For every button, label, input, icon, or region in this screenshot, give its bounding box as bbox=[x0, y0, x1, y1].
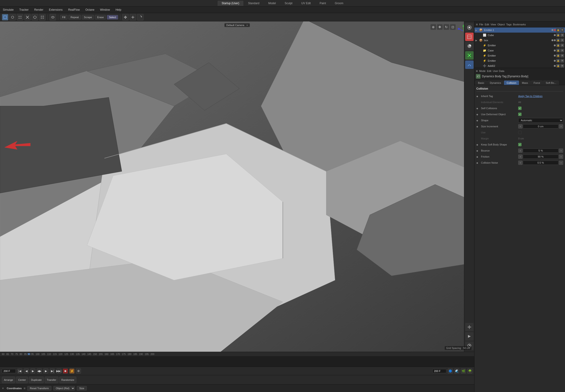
timeline-icon4[interactable]: 🌳 bbox=[467, 368, 472, 374]
coord-menu-icon[interactable]: ≡ bbox=[24, 386, 25, 390]
mode-edit-btn[interactable] bbox=[9, 14, 16, 20]
tool-sculpt-btn[interactable] bbox=[50, 14, 56, 20]
arrange-btn[interactable]: Arrange bbox=[2, 377, 15, 383]
tab-force[interactable]: Force bbox=[531, 81, 543, 85]
lock-icon[interactable]: 🔒 bbox=[556, 33, 560, 37]
timeline-icon2[interactable]: 🌊 bbox=[454, 368, 459, 374]
lock-icon[interactable]: 🔒 bbox=[556, 49, 560, 52]
size-increment-dec-btn[interactable]: ‹ bbox=[518, 124, 523, 128]
om-view-menu[interactable]: View bbox=[491, 23, 496, 26]
eye-icon[interactable]: 👁 bbox=[560, 28, 564, 32]
coordinates-close-icon[interactable]: ✕ bbox=[2, 387, 4, 390]
tree-item-emitter4[interactable]: ⚡ Emitter 🔒 👁 bbox=[474, 58, 565, 63]
tree-item-emitter1[interactable]: ▶ 📦 Emitter.1 🔒 👁 bbox=[474, 28, 565, 33]
attr-edit-menu[interactable]: Edit bbox=[487, 70, 492, 72]
om-bookmarks-menu[interactable]: Bookmarks bbox=[513, 23, 526, 26]
bounce-dec-btn[interactable]: ‹ bbox=[518, 149, 523, 153]
render-view-btn[interactable] bbox=[465, 23, 474, 32]
nav-orbit-icon[interactable]: ↻ bbox=[443, 24, 449, 30]
play-btn[interactable]: ▶ bbox=[30, 368, 35, 374]
bounce-val[interactable]: 5 % bbox=[523, 149, 558, 153]
next-keyframe-btn[interactable]: ▶| bbox=[50, 368, 55, 374]
tree-item-cube[interactable]: ⬜ Cube 🔒 👁 bbox=[474, 33, 565, 38]
tab-collision[interactable]: Collision bbox=[504, 81, 519, 85]
hamburger-icon[interactable]: ≡ bbox=[476, 23, 478, 26]
shape-dropdown[interactable]: Automatic bbox=[518, 118, 563, 123]
friction-val[interactable]: 90 % bbox=[523, 154, 558, 159]
tab-softbo[interactable]: Soft Bo... bbox=[543, 81, 559, 85]
randomize-btn[interactable]: Randomize bbox=[59, 377, 77, 383]
menu-tracker[interactable]: Tracker bbox=[18, 8, 29, 12]
timeline-icon3[interactable]: 🌿 bbox=[461, 368, 466, 374]
eye-icon[interactable]: 👁 bbox=[560, 38, 564, 42]
lock-icon[interactable]: 🔒 bbox=[556, 38, 560, 42]
attr-userdata-menu[interactable]: User Data bbox=[493, 70, 505, 72]
lock-icon[interactable]: 🔒 bbox=[556, 54, 560, 57]
tool-rotate-btn[interactable] bbox=[137, 14, 144, 20]
menu-extensions[interactable]: Extensions bbox=[48, 8, 64, 12]
menu-realflow[interactable]: RealFlow bbox=[67, 8, 81, 12]
lock-icon[interactable]: 🔒 bbox=[556, 64, 560, 68]
particles-btn[interactable] bbox=[465, 51, 474, 60]
nav-frame-icon[interactable]: ⊡ bbox=[450, 24, 456, 30]
viewport[interactable]: Default Camera ✕ ⊕ ✥ ↻ ⊡ X bbox=[0, 21, 474, 352]
tab-uvedit[interactable]: UV Edit bbox=[297, 1, 315, 6]
tab-dynamics[interactable]: Dynamics bbox=[487, 81, 504, 85]
reset-transform-btn[interactable]: Reset Transform bbox=[27, 386, 51, 391]
current-frame-input[interactable] bbox=[2, 369, 16, 373]
eye-icon[interactable]: 👁 bbox=[560, 43, 564, 47]
tree-item-emitter2[interactable]: ⚡ Emitter 🔒 👁 bbox=[474, 43, 565, 48]
tool-move-btn[interactable] bbox=[122, 14, 129, 20]
tab-model[interactable]: Model bbox=[264, 1, 280, 6]
menu-render[interactable]: Render bbox=[33, 8, 44, 12]
goto-end-btn[interactable]: ▶▶| bbox=[56, 368, 61, 374]
mode-edges-btn[interactable] bbox=[24, 14, 31, 20]
friction-dec-btn[interactable]: ‹ bbox=[518, 154, 523, 159]
settings-btn[interactable] bbox=[465, 323, 474, 331]
erase-btn[interactable]: Erase bbox=[95, 15, 106, 20]
tab-startup[interactable]: Startup (User) bbox=[218, 1, 243, 6]
duplicate-btn[interactable]: Duplicate bbox=[29, 377, 44, 383]
tab-standard[interactable]: Standard bbox=[244, 1, 264, 6]
transfer-btn[interactable]: Transfer bbox=[45, 377, 58, 383]
tab-paint[interactable]: Paint bbox=[315, 1, 330, 6]
prev-keyframe-btn[interactable]: |◀ bbox=[17, 368, 22, 374]
timeline-content[interactable] bbox=[0, 357, 474, 367]
om-tags-menu[interactable]: Tags bbox=[506, 23, 511, 26]
use-checkbox[interactable] bbox=[518, 131, 522, 134]
settings-timeline-btn[interactable]: ⚙ bbox=[76, 368, 81, 374]
collision-noise-dec-btn[interactable]: ‹ bbox=[518, 161, 523, 165]
center-btn[interactable]: Center bbox=[16, 377, 28, 383]
tab-groom[interactable]: Groom bbox=[331, 1, 348, 6]
menu-simulate[interactable]: Simulate bbox=[2, 8, 15, 12]
mode-points-btn[interactable] bbox=[17, 14, 23, 20]
record-btn[interactable]: ⏺ bbox=[63, 368, 68, 374]
tool-scale-btn[interactable] bbox=[130, 14, 136, 20]
realtime-btn[interactable] bbox=[465, 332, 474, 341]
eye-icon[interactable]: 👁 bbox=[560, 33, 564, 37]
eye-icon[interactable]: 👁 bbox=[560, 49, 564, 52]
tree-item-emitter3[interactable]: ⚡ Emitter 🔒 👁 bbox=[474, 53, 565, 58]
bake-btn[interactable]: ⚡ bbox=[69, 368, 74, 374]
nav-pan-icon[interactable]: ✥ bbox=[437, 24, 443, 30]
size-increment-val[interactable]: 0 cm bbox=[523, 124, 558, 128]
attr-hamburger-icon[interactable]: ≡ bbox=[476, 69, 478, 73]
lock-icon[interactable]: 🔒 bbox=[556, 28, 560, 32]
om-edit-menu[interactable]: Edit bbox=[485, 23, 489, 26]
size-btn[interactable]: Size bbox=[77, 386, 87, 391]
next-frame-btn[interactable]: ▶ bbox=[43, 368, 48, 374]
play-reverse-btn[interactable]: ◀▶ bbox=[37, 368, 42, 374]
menu-help[interactable]: Help bbox=[114, 8, 122, 12]
select-btn[interactable]: Select bbox=[107, 15, 118, 20]
tab-basic[interactable]: Basic bbox=[475, 81, 487, 85]
tree-expand-emitter1[interactable]: ▶ bbox=[475, 29, 479, 31]
tree-expand-box[interactable]: ▶ bbox=[475, 39, 479, 42]
om-file-menu[interactable]: File bbox=[479, 23, 483, 26]
menu-octane[interactable]: Octane bbox=[84, 8, 96, 12]
friction-inc-btn[interactable]: › bbox=[559, 154, 563, 159]
shading-mode-btn[interactable] bbox=[465, 42, 474, 50]
tab-mass[interactable]: Mass bbox=[519, 81, 531, 85]
attr-mode-menu[interactable]: Mode bbox=[479, 70, 486, 72]
tree-item-box[interactable]: ▶ 📦 box 🔒 👁 bbox=[474, 38, 565, 43]
lock-icon[interactable]: 🔒 bbox=[556, 59, 560, 63]
